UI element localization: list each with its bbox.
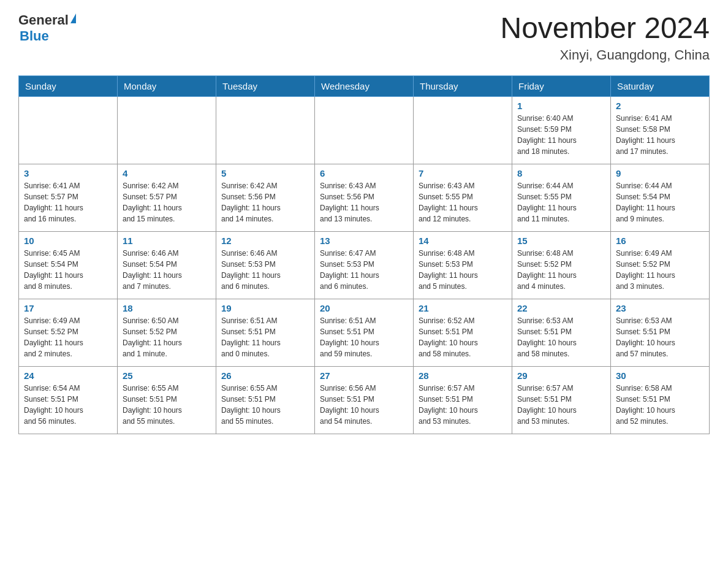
calendar-cell: 13Sunrise: 6:47 AM Sunset: 5:53 PM Dayli… — [315, 231, 414, 299]
day-number: 27 — [320, 370, 408, 381]
calendar-cell: 10Sunrise: 6:45 AM Sunset: 5:54 PM Dayli… — [19, 231, 118, 299]
day-number: 28 — [419, 370, 507, 381]
calendar-cell: 1Sunrise: 6:40 AM Sunset: 5:59 PM Daylig… — [512, 96, 611, 164]
day-info: Sunrise: 6:51 AM Sunset: 5:51 PM Dayligh… — [320, 315, 408, 359]
day-info: Sunrise: 6:50 AM Sunset: 5:52 PM Dayligh… — [123, 315, 211, 359]
weekday-header-tuesday: Tuesday — [216, 75, 315, 96]
day-number: 12 — [221, 236, 309, 246]
day-number: 19 — [221, 303, 309, 313]
weekday-header-sunday: Sunday — [19, 75, 118, 96]
page-header: General Blue November 2024 Xinyi, Guangd… — [18, 12, 710, 63]
day-number: 29 — [517, 370, 605, 381]
calendar-week-3: 10Sunrise: 6:45 AM Sunset: 5:54 PM Dayli… — [19, 231, 710, 299]
logo-general-text: General — [18, 12, 69, 28]
day-number: 10 — [24, 236, 112, 246]
day-number: 30 — [616, 370, 704, 381]
calendar-cell: 9Sunrise: 6:44 AM Sunset: 5:54 PM Daylig… — [611, 164, 710, 231]
calendar-cell: 20Sunrise: 6:51 AM Sunset: 5:51 PM Dayli… — [315, 299, 414, 366]
day-number: 8 — [517, 168, 605, 178]
day-info: Sunrise: 6:46 AM Sunset: 5:53 PM Dayligh… — [221, 248, 309, 292]
calendar-cell: 22Sunrise: 6:53 AM Sunset: 5:51 PM Dayli… — [512, 299, 611, 366]
weekday-header-friday: Friday — [512, 75, 611, 96]
calendar-cell: 29Sunrise: 6:57 AM Sunset: 5:51 PM Dayli… — [512, 366, 611, 434]
day-number: 13 — [320, 236, 408, 246]
day-info: Sunrise: 6:43 AM Sunset: 5:55 PM Dayligh… — [419, 180, 507, 224]
day-number: 2 — [616, 101, 704, 111]
day-info: Sunrise: 6:42 AM Sunset: 5:56 PM Dayligh… — [221, 180, 309, 224]
calendar-cell: 28Sunrise: 6:57 AM Sunset: 5:51 PM Dayli… — [414, 366, 512, 434]
calendar-cell: 24Sunrise: 6:54 AM Sunset: 5:51 PM Dayli… — [19, 366, 118, 434]
calendar-cell — [315, 96, 414, 164]
calendar-body: 1Sunrise: 6:40 AM Sunset: 5:59 PM Daylig… — [19, 96, 710, 434]
calendar-cell: 21Sunrise: 6:52 AM Sunset: 5:51 PM Dayli… — [414, 299, 512, 366]
day-number: 5 — [221, 168, 309, 178]
calendar-cell — [216, 96, 315, 164]
calendar-table: SundayMondayTuesdayWednesdayThursdayFrid… — [18, 75, 710, 434]
day-number: 7 — [419, 168, 507, 178]
day-info: Sunrise: 6:49 AM Sunset: 5:52 PM Dayligh… — [24, 315, 112, 359]
calendar-cell: 3Sunrise: 6:41 AM Sunset: 5:57 PM Daylig… — [19, 164, 118, 231]
day-info: Sunrise: 6:41 AM Sunset: 5:57 PM Dayligh… — [24, 180, 112, 224]
weekday-header-wednesday: Wednesday — [315, 75, 414, 96]
calendar-cell: 18Sunrise: 6:50 AM Sunset: 5:52 PM Dayli… — [118, 299, 216, 366]
day-info: Sunrise: 6:55 AM Sunset: 5:51 PM Dayligh… — [221, 383, 309, 427]
day-info: Sunrise: 6:44 AM Sunset: 5:54 PM Dayligh… — [616, 180, 704, 224]
logo-blue-text: Blue — [20, 28, 49, 44]
day-number: 9 — [616, 168, 704, 178]
day-number: 25 — [123, 370, 211, 381]
day-number: 17 — [24, 303, 112, 313]
day-number: 1 — [517, 101, 605, 111]
day-number: 22 — [517, 303, 605, 313]
weekday-header-row: SundayMondayTuesdayWednesdayThursdayFrid… — [19, 75, 710, 96]
day-number: 16 — [616, 236, 704, 246]
day-info: Sunrise: 6:57 AM Sunset: 5:51 PM Dayligh… — [419, 383, 507, 427]
day-info: Sunrise: 6:53 AM Sunset: 5:51 PM Dayligh… — [616, 315, 704, 359]
day-info: Sunrise: 6:44 AM Sunset: 5:55 PM Dayligh… — [517, 180, 605, 224]
day-number: 21 — [419, 303, 507, 313]
calendar-cell: 12Sunrise: 6:46 AM Sunset: 5:53 PM Dayli… — [216, 231, 315, 299]
calendar-cell: 14Sunrise: 6:48 AM Sunset: 5:53 PM Dayli… — [414, 231, 512, 299]
calendar-header: SundayMondayTuesdayWednesdayThursdayFrid… — [19, 75, 710, 96]
day-info: Sunrise: 6:42 AM Sunset: 5:57 PM Dayligh… — [123, 180, 211, 224]
calendar-cell: 25Sunrise: 6:55 AM Sunset: 5:51 PM Dayli… — [118, 366, 216, 434]
calendar-cell: 16Sunrise: 6:49 AM Sunset: 5:52 PM Dayli… — [611, 231, 710, 299]
calendar-cell: 30Sunrise: 6:58 AM Sunset: 5:51 PM Dayli… — [611, 366, 710, 434]
calendar-cell: 8Sunrise: 6:44 AM Sunset: 5:55 PM Daylig… — [512, 164, 611, 231]
calendar-cell: 26Sunrise: 6:55 AM Sunset: 5:51 PM Dayli… — [216, 366, 315, 434]
day-info: Sunrise: 6:49 AM Sunset: 5:52 PM Dayligh… — [616, 248, 704, 292]
logo-triangle-icon — [70, 13, 76, 23]
calendar-cell: 19Sunrise: 6:51 AM Sunset: 5:51 PM Dayli… — [216, 299, 315, 366]
day-info: Sunrise: 6:41 AM Sunset: 5:58 PM Dayligh… — [616, 113, 704, 157]
day-info: Sunrise: 6:58 AM Sunset: 5:51 PM Dayligh… — [616, 383, 704, 427]
day-info: Sunrise: 6:47 AM Sunset: 5:53 PM Dayligh… — [320, 248, 408, 292]
day-number: 14 — [419, 236, 507, 246]
calendar-cell — [118, 96, 216, 164]
calendar-cell: 6Sunrise: 6:43 AM Sunset: 5:56 PM Daylig… — [315, 164, 414, 231]
calendar-cell: 27Sunrise: 6:56 AM Sunset: 5:51 PM Dayli… — [315, 366, 414, 434]
day-info: Sunrise: 6:54 AM Sunset: 5:51 PM Dayligh… — [24, 383, 112, 427]
day-number: 18 — [123, 303, 211, 313]
calendar-cell: 5Sunrise: 6:42 AM Sunset: 5:56 PM Daylig… — [216, 164, 315, 231]
day-info: Sunrise: 6:55 AM Sunset: 5:51 PM Dayligh… — [123, 383, 211, 427]
calendar-cell: 2Sunrise: 6:41 AM Sunset: 5:58 PM Daylig… — [611, 96, 710, 164]
day-number: 26 — [221, 370, 309, 381]
weekday-header-saturday: Saturday — [611, 75, 710, 96]
day-number: 24 — [24, 370, 112, 381]
day-info: Sunrise: 6:46 AM Sunset: 5:54 PM Dayligh… — [123, 248, 211, 292]
day-info: Sunrise: 6:48 AM Sunset: 5:52 PM Dayligh… — [517, 248, 605, 292]
calendar-week-1: 1Sunrise: 6:40 AM Sunset: 5:59 PM Daylig… — [19, 96, 710, 164]
title-block: November 2024 Xinyi, Guangdong, China — [500, 12, 710, 63]
day-number: 15 — [517, 236, 605, 246]
day-number: 3 — [24, 168, 112, 178]
calendar-title: November 2024 — [500, 12, 710, 45]
day-info: Sunrise: 6:52 AM Sunset: 5:51 PM Dayligh… — [419, 315, 507, 359]
calendar-cell: 11Sunrise: 6:46 AM Sunset: 5:54 PM Dayli… — [118, 231, 216, 299]
weekday-header-monday: Monday — [118, 75, 216, 96]
day-info: Sunrise: 6:56 AM Sunset: 5:51 PM Dayligh… — [320, 383, 408, 427]
day-info: Sunrise: 6:51 AM Sunset: 5:51 PM Dayligh… — [221, 315, 309, 359]
day-info: Sunrise: 6:43 AM Sunset: 5:56 PM Dayligh… — [320, 180, 408, 224]
day-info: Sunrise: 6:48 AM Sunset: 5:53 PM Dayligh… — [419, 248, 507, 292]
calendar-cell: 15Sunrise: 6:48 AM Sunset: 5:52 PM Dayli… — [512, 231, 611, 299]
calendar-week-5: 24Sunrise: 6:54 AM Sunset: 5:51 PM Dayli… — [19, 366, 710, 434]
calendar-week-4: 17Sunrise: 6:49 AM Sunset: 5:52 PM Dayli… — [19, 299, 710, 366]
